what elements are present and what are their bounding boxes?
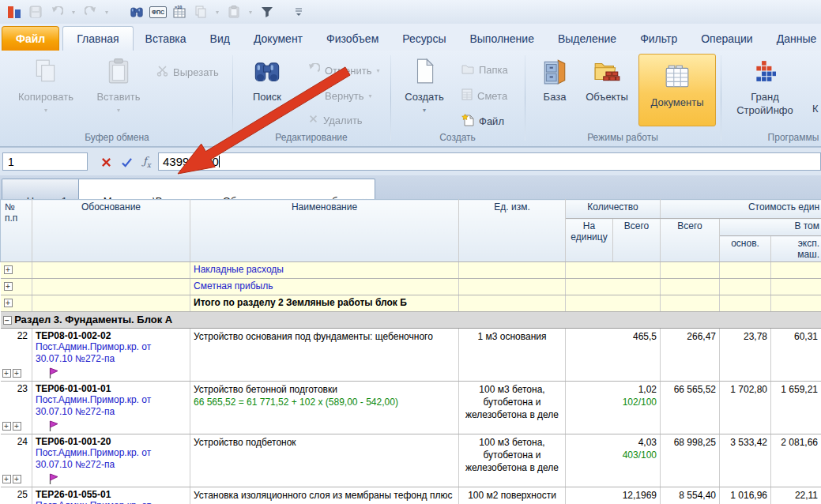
app-logo-icon	[5, 2, 24, 21]
cell-reference-box[interactable]: 1	[2, 152, 88, 171]
col-header-quantity[interactable]: Количество	[566, 200, 661, 219]
paste-icon[interactable]	[224, 2, 243, 21]
col-header-per-unit[interactable]: На единицу	[566, 219, 613, 262]
cancel-icon[interactable]	[98, 154, 114, 170]
expand-icon[interactable]: +	[2, 475, 11, 483]
expand-icon[interactable]: +	[2, 369, 11, 378]
expand-icon[interactable]: +	[13, 369, 21, 378]
function-icon[interactable]: ƒx	[139, 154, 155, 170]
tab-data[interactable]: Данные	[765, 26, 821, 51]
undo-icon[interactable]	[47, 2, 66, 21]
tab-insert[interactable]: Вставка	[134, 26, 198, 51]
search-binoculars-icon[interactable]	[127, 2, 146, 21]
col-header-unit[interactable]: Ед. изм.	[459, 200, 566, 262]
table-row: + Сметная прибыль	[1, 279, 821, 295]
undo-dropdown-icon[interactable]: ▾	[69, 2, 78, 21]
search-button[interactable]: Поиск	[242, 55, 292, 103]
documents-mode-button[interactable]: Документы	[638, 54, 716, 126]
expand-icon[interactable]: +	[4, 299, 13, 307]
create-button[interactable]: Создать ▾	[397, 55, 452, 117]
objects-mode-button[interactable]: Объекты	[580, 55, 634, 103]
copy-icon[interactable]	[191, 2, 210, 21]
group-label-editing: Редактирование	[234, 132, 389, 143]
copy-button[interactable]: Копировать ▾	[6, 55, 85, 117]
tab-file[interactable]: Файл	[2, 26, 59, 51]
table-row: + Итого по разделу 2 Земляные работы бло…	[1, 295, 821, 312]
copy-dropdown[interactable]: ▾	[6, 103, 85, 117]
clipped-button[interactable]: К	[812, 103, 819, 115]
copy-dropdown-icon[interactable]: ▾	[213, 2, 222, 21]
flag-icon	[48, 473, 186, 485]
grand-stroyinfo-button[interactable]: Гранд СтройИнфо	[729, 55, 801, 117]
col-header-basis[interactable]: Обоснование	[32, 200, 190, 262]
paste-dropdown[interactable]: ▾	[89, 103, 149, 117]
col-header-cost[interactable]: Стоимость един	[661, 200, 821, 219]
collapse-icon[interactable]: −	[3, 316, 12, 325]
paste-button[interactable]: Вставить ▾	[89, 55, 149, 117]
col-header-name[interactable]: Наименование	[190, 200, 459, 262]
doc-tab-pricelist[interactable]: Ценник1×	[2, 179, 87, 199]
folder-button[interactable]: Папка	[461, 63, 508, 77]
redo-icon[interactable]	[81, 2, 100, 21]
save-icon[interactable]	[26, 2, 45, 21]
norm-code: ТЕР26-01-055-01	[36, 489, 186, 500]
col-header-eksp[interactable]: эксп. маш.	[771, 236, 821, 262]
undo-dropdown[interactable]: ▾	[376, 67, 379, 74]
toolbar-options-icon[interactable]	[289, 2, 308, 21]
tab-physvolume[interactable]: Физобъем	[314, 26, 390, 51]
redo-button[interactable]: Вернуть ▾	[308, 88, 372, 103]
confirm-icon[interactable]	[119, 154, 134, 170]
col-header-cost-total[interactable]: Всего	[661, 219, 720, 262]
cut-button[interactable]: Вырезать	[156, 65, 219, 79]
grand-stroyinfo-logo-icon	[729, 55, 801, 87]
expand-icon[interactable]: +	[2, 422, 11, 431]
section-row: − Раздел 3. Фундаменты. Блок А	[1, 312, 821, 329]
col-header-osn[interactable]: основ.	[720, 236, 771, 262]
binoculars-icon	[242, 55, 292, 87]
row-number: 25	[4, 489, 29, 500]
group-label-programs: Программы	[722, 132, 821, 143]
tab-resources[interactable]: Ресурсы	[390, 26, 458, 51]
delete-button[interactable]: Удалить	[308, 114, 363, 126]
col-header-qty-total[interactable]: Всего	[613, 219, 661, 262]
expand-icon[interactable]: +	[13, 422, 21, 431]
tab-selection[interactable]: Выделение	[546, 26, 628, 51]
text-caret	[219, 156, 220, 167]
expand-icon[interactable]: +	[13, 475, 21, 483]
file-button[interactable]: Файл	[461, 114, 504, 129]
redo-dropdown-icon[interactable]: ▾	[102, 2, 111, 21]
expand-icon[interactable]: +	[4, 282, 13, 291]
scissors-icon	[156, 65, 168, 79]
tab-execution[interactable]: Выполнение	[458, 26, 545, 51]
undo-button[interactable]: Отменить ▾	[308, 63, 379, 77]
estimate-button[interactable]: Смета	[461, 88, 507, 103]
doc-tab-estimate[interactable]: Мои сме...\Владивосток Общестроительные …	[78, 179, 375, 199]
paste-dropdown-icon[interactable]: ▾	[246, 2, 255, 21]
fps-stamp-icon[interactable]: ФПС	[149, 2, 168, 21]
new-page-icon	[397, 55, 452, 87]
formula-bar: 1 ƒx 4399/1000	[0, 147, 821, 175]
objects-folder-icon	[580, 55, 634, 87]
quick-access-toolbar: ▾ ▾ ФПС =10 ▾ ▾	[0, 0, 821, 24]
redo-dropdown[interactable]: ▾	[369, 92, 372, 100]
norm-basis: Пост.Админ.Примор.кр. от 30.07.10 №272-п…	[36, 341, 186, 365]
table-row: 23 ++ ТЕР06-01-001-01 Пост.Админ.Примор.…	[1, 382, 821, 434]
tab-operations[interactable]: Операции	[689, 26, 765, 51]
base-mode-button[interactable]: База	[534, 55, 575, 103]
autocalc-table-icon[interactable]: =10	[170, 2, 189, 21]
filter-icon[interactable]	[258, 2, 277, 21]
tab-main[interactable]: Главная	[62, 26, 133, 51]
documents-grid-icon	[639, 61, 715, 92]
expand-icon[interactable]: +	[4, 265, 13, 274]
col-header-including[interactable]: В том	[720, 219, 821, 236]
tab-filter[interactable]: Фильтр	[628, 26, 689, 51]
tab-document[interactable]: Документ	[242, 26, 314, 51]
create-dropdown[interactable]: ▾	[397, 103, 452, 117]
redo-arrow-icon	[308, 88, 320, 103]
formula-input[interactable]: 4399/1000	[158, 152, 821, 171]
tab-view[interactable]: Вид	[198, 26, 242, 51]
estimate-grid: №п.п Обоснование Наименование Ед. изм. К…	[0, 199, 821, 504]
estimate-doc-icon	[461, 88, 473, 103]
cabinet-icon	[534, 55, 575, 87]
col-header-num[interactable]: №п.п	[1, 200, 32, 262]
